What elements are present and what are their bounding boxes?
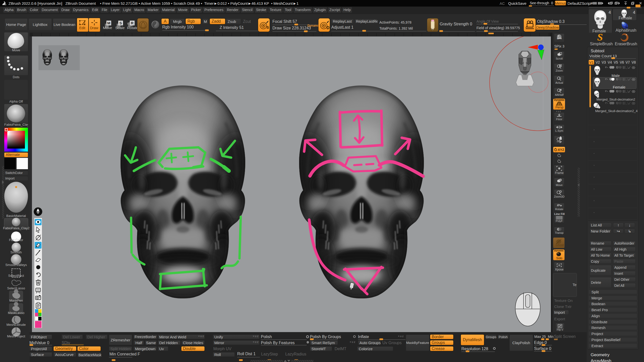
svg-text:S: S [266,25,269,29]
svg-text:BPR: BPR [557,37,562,40]
svg-text:Y: Y [560,155,561,158]
svg-text:Z: Z [560,161,561,163]
svg-text:D: D [327,26,330,30]
svg-text:x1: x1 [559,77,561,79]
